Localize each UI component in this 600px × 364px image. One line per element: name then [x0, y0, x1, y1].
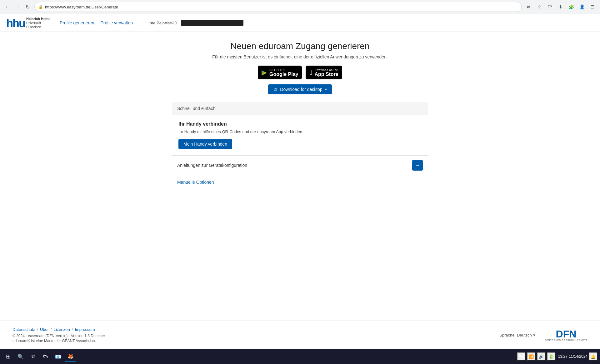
address-bar[interactable]: 🔒: [34, 2, 522, 12]
browser-toolbar-right: ⇄ ☆ 🛡 ⬇ 🧩 👤 ☰: [524, 2, 597, 11]
page-title: Neuen eduroam Zugang generieren: [230, 41, 369, 51]
google-play-top: GET IT ON: [269, 68, 298, 72]
footer-ueber-link[interactable]: Über: [40, 327, 49, 332]
language-chevron-icon: ▾: [533, 333, 535, 337]
anleitung-label: Anleitungen zur Gerätekonfiguration: [177, 163, 247, 168]
reload-button[interactable]: ↻: [23, 2, 32, 11]
site-footer: Datenschutz / Über / Lizenzen / Impressu…: [0, 321, 600, 349]
anleitung-arrow-button[interactable]: →: [412, 160, 423, 171]
footer-trademark: eduroam® ist eine Marke der GÉANT Associ…: [12, 339, 105, 343]
footer-datenschutz-link[interactable]: Datenschutz: [12, 327, 35, 332]
menu-icon[interactable]: ☰: [588, 2, 597, 11]
footer-divider-1: /: [37, 327, 38, 332]
handy-title: Ihr Handy verbinden: [178, 121, 422, 127]
pairwise-id-value: [181, 20, 243, 26]
dfn-letters: DFN: [556, 329, 577, 339]
google-play-badge[interactable]: ▶ GET IT ON Google Play: [258, 66, 302, 79]
footer-left: Datenschutz / Über / Lizenzen / Impressu…: [12, 327, 105, 343]
site-nav: Profile generieren Profile verwalten: [60, 20, 133, 25]
google-play-text: GET IT ON Google Play: [269, 68, 298, 77]
manuelle-section: Manuelle Optionen: [172, 175, 428, 189]
play-icon: ▶: [262, 68, 267, 77]
hhu-letters: hhu: [6, 18, 25, 29]
anleitung-section: Anleitungen zur Gerätekonfiguration →: [172, 156, 428, 175]
logo-area: hhu Heinrich Heine Universität Düsseldor…: [6, 17, 50, 29]
back-button[interactable]: ←: [3, 2, 12, 11]
footer-lizenzen-link[interactable]: Lizenzen: [54, 327, 70, 332]
hhu-text: Heinrich Heine Universität Düsseldorf: [26, 17, 50, 29]
nav-buttons: ← → ↻: [3, 2, 32, 11]
footer-right: Sprache: Deutsch ▾ DFN DEUTSCHES FORSCHU…: [499, 329, 588, 341]
site-header: hhu Heinrich Heine Universität Düsseldor…: [0, 14, 600, 32]
page-wrapper: hhu Heinrich Heine Universität Düsseldor…: [0, 14, 600, 349]
taskbar: ⊞ 🔍 ⧉ 🛍 📧 🦊 EN 📶 🔊 🔋 13:27 11/14/2024 🔔: [0, 349, 600, 349]
profile-icon[interactable]: 👤: [578, 2, 586, 11]
footer-impressum-link[interactable]: Impressum: [75, 327, 95, 332]
app-store-badge[interactable]:  Download on the App Store: [306, 66, 342, 79]
pairwise-id-section: Ihre Pairwise-ID:: [148, 20, 243, 26]
profile-generieren-link[interactable]: Profile generieren: [60, 20, 94, 25]
arrow-right-icon: →: [415, 162, 420, 168]
handy-section: Ihr Handy verbinden Ihr Handy mithilfe e…: [172, 115, 428, 156]
browser-chrome: ← → ↻ 🔒 ⇄ ☆ 🛡 ⬇ 🧩 👤 ☰: [0, 0, 600, 14]
google-play-name: Google Play: [269, 72, 298, 77]
footer-links: Datenschutz / Über / Lizenzen / Impressu…: [12, 327, 105, 332]
handy-description: Ihr Handy mithilfe eines QR-Codes und de…: [178, 129, 422, 134]
app-buttons: ▶ GET IT ON Google Play  Download on th…: [258, 66, 342, 79]
language-label: Sprache:: [499, 333, 516, 337]
chevron-down-icon: ▾: [325, 87, 327, 92]
browser-toolbar: ← → ↻ 🔒 ⇄ ☆ 🛡 ⬇ 🧩 👤 ☰: [0, 0, 600, 14]
page-subtitle: Für die meisten Benutzer ist es einfache…: [212, 54, 388, 59]
apple-icon: : [309, 68, 312, 77]
dfn-logo: DFN DEUTSCHES FORSCHUNGSNETZ: [545, 329, 588, 341]
url-input[interactable]: [45, 5, 518, 9]
cards-container: Schnell und einfach Ihr Handy verbinden …: [172, 102, 428, 189]
language-value: Deutsch: [517, 333, 532, 337]
monitor-icon: 🖥: [273, 87, 278, 92]
profile-verwalten-link[interactable]: Profile verwalten: [101, 20, 133, 25]
card-header: Schnell und einfach: [172, 102, 428, 115]
main-content: Neuen eduroam Zugang generieren Für die …: [0, 32, 600, 321]
app-store-text: Download on the App Store: [315, 68, 338, 77]
lock-icon: 🔒: [38, 5, 43, 9]
download-desktop-button[interactable]: 🖥 Download for desktop ▾: [268, 84, 332, 94]
language-selector[interactable]: Sprache: Deutsch ▾: [499, 333, 535, 337]
translate-icon[interactable]: ⇄: [524, 2, 533, 11]
pairwise-id-label: Ihre Pairwise-ID:: [148, 21, 178, 25]
app-store-name: App Store: [315, 72, 338, 77]
connect-handy-button[interactable]: Mein Handy verbinden: [178, 139, 232, 149]
footer-divider-2: /: [51, 327, 52, 332]
footer-divider-3: /: [72, 327, 73, 332]
bookmark-icon[interactable]: ☆: [535, 2, 544, 11]
extensions-icon[interactable]: 🧩: [567, 2, 576, 11]
dfn-subtitle: DEUTSCHES FORSCHUNGSNETZ: [545, 339, 588, 341]
download-desktop-label: Download for desktop: [280, 87, 322, 92]
hhu-logo: hhu Heinrich Heine Universität Düsseldor…: [6, 17, 50, 29]
app-store-top: Download on the: [315, 68, 338, 72]
footer-copyright: © 2024 - easyroam (DFN-Verein) - Version…: [12, 334, 105, 338]
shield-icon[interactable]: 🛡: [546, 2, 554, 11]
forward-button[interactable]: →: [13, 2, 22, 11]
download-icon[interactable]: ⬇: [556, 2, 565, 11]
manuelle-optionen-link[interactable]: Manuelle Optionen: [177, 180, 214, 185]
